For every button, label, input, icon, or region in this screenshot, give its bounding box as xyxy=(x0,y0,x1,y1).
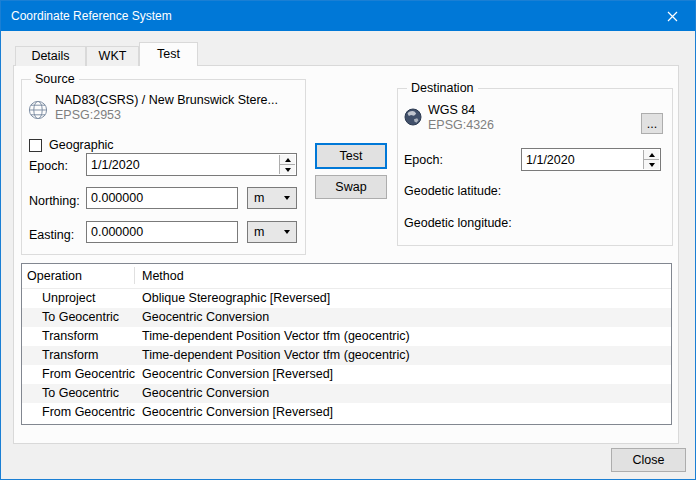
method-cell: Geocentric Conversion xyxy=(142,384,269,403)
easting-unit-value: m xyxy=(254,225,264,239)
destination-browse-button[interactable]: ... xyxy=(641,113,663,134)
column-divider[interactable] xyxy=(134,267,135,284)
spin-up-icon[interactable] xyxy=(280,155,295,164)
method-cell: Oblique Stereographic [Reversed] xyxy=(142,289,330,308)
source-group-label: Source xyxy=(31,72,79,86)
source-epoch-spinner[interactable] xyxy=(279,155,295,174)
window-title: Coordinate Reference System xyxy=(11,1,172,31)
tab-details[interactable]: Details xyxy=(15,46,86,66)
destination-epoch-spinner[interactable] xyxy=(643,150,659,169)
source-crs-globe-icon xyxy=(28,100,48,120)
method-cell: Geocentric Conversion [Reversed] xyxy=(142,365,333,384)
table-header[interactable]: Operation Method xyxy=(22,264,671,289)
source-epoch-input[interactable]: 1/1/2020 xyxy=(86,153,297,176)
spin-up-icon[interactable] xyxy=(644,150,659,159)
destination-epoch-value: 1/1/2020 xyxy=(526,153,575,167)
easting-label: Easting: xyxy=(29,228,74,242)
chevron-down-icon xyxy=(284,196,290,200)
easting-unit-select[interactable]: m xyxy=(247,221,297,243)
geographic-checkbox[interactable] xyxy=(29,139,42,152)
test-button[interactable]: Test xyxy=(315,143,387,169)
northing-input[interactable]: 0.000000 xyxy=(86,187,238,209)
method-cell: Time-dependent Position Vector tfm (geoc… xyxy=(142,327,410,346)
close-button[interactable]: Close xyxy=(611,448,686,472)
operation-column-header[interactable]: Operation xyxy=(27,264,82,288)
easting-value: 0.000000 xyxy=(91,225,143,239)
title-bar: Coordinate Reference System xyxy=(1,1,695,31)
spin-down-icon[interactable] xyxy=(280,164,295,174)
source-crs-code: EPSG:2953 xyxy=(55,108,121,122)
northing-unit-value: m xyxy=(254,191,264,205)
destination-crs-code: EPSG:4326 xyxy=(428,118,494,132)
table-row[interactable]: Unproject Oblique Stereographic [Reverse… xyxy=(22,289,671,308)
operation-cell: Transform xyxy=(42,346,99,365)
table-row[interactable]: To Geocentric Geocentric Conversion xyxy=(22,308,671,327)
method-cell: Geocentric Conversion xyxy=(142,308,269,327)
tab-wkt[interactable]: WKT xyxy=(86,46,139,66)
operation-cell: To Geocentric xyxy=(42,308,119,327)
swap-button[interactable]: Swap xyxy=(315,175,387,199)
method-cell: Time-dependent Position Vector tfm (geoc… xyxy=(142,346,410,365)
source-epoch-label: Epoch: xyxy=(29,159,68,173)
northing-value: 0.000000 xyxy=(91,191,143,205)
operation-cell: To Geocentric xyxy=(42,384,119,403)
operation-cell: From Geocentric xyxy=(42,403,135,422)
operation-cell: From Geocentric xyxy=(42,365,135,384)
table-row[interactable]: Transform Time-dependent Position Vector… xyxy=(22,327,671,346)
table-row[interactable]: From Geocentric Geocentric Conversion [R… xyxy=(22,403,671,422)
spin-down-icon[interactable] xyxy=(644,159,659,169)
operation-cell: Transform xyxy=(42,327,99,346)
method-cell: Geocentric Conversion [Reversed] xyxy=(142,403,333,422)
dialog-window: Coordinate Reference System Details WKT … xyxy=(0,0,696,480)
destination-epoch-input[interactable]: 1/1/2020 xyxy=(521,148,661,171)
table-row[interactable]: Transform Time-dependent Position Vector… xyxy=(22,346,671,365)
table-row[interactable]: To Geocentric Geocentric Conversion xyxy=(22,384,671,403)
window-close-button[interactable] xyxy=(650,1,695,31)
northing-label: Northing: xyxy=(29,194,80,208)
easting-input[interactable]: 0.000000 xyxy=(86,221,238,243)
geodetic-latitude-label: Geodetic latitude: xyxy=(404,184,501,198)
chevron-down-icon xyxy=(284,230,290,234)
geodetic-longitude-label: Geodetic longitude: xyxy=(404,216,512,230)
source-epoch-value: 1/1/2020 xyxy=(91,158,140,172)
destination-crs-globe-icon xyxy=(404,108,422,126)
close-icon xyxy=(667,11,678,22)
northing-unit-select[interactable]: m xyxy=(247,187,297,209)
destination-group-label: Destination xyxy=(407,81,478,95)
operation-cell: Unproject xyxy=(42,289,96,308)
operations-table: Operation Method Unproject Oblique Stere… xyxy=(21,263,672,425)
geographic-label: Geographic xyxy=(49,138,114,152)
destination-epoch-label: Epoch: xyxy=(404,153,443,167)
source-crs-name: NAD83(CSRS) / New Brunswick Stere... xyxy=(55,93,278,107)
destination-crs-name: WGS 84 xyxy=(428,103,475,117)
table-row[interactable]: From Geocentric Geocentric Conversion [R… xyxy=(22,365,671,384)
table-body: Unproject Oblique Stereographic [Reverse… xyxy=(22,289,671,422)
method-column-header[interactable]: Method xyxy=(142,264,184,288)
tab-test[interactable]: Test xyxy=(139,42,198,66)
